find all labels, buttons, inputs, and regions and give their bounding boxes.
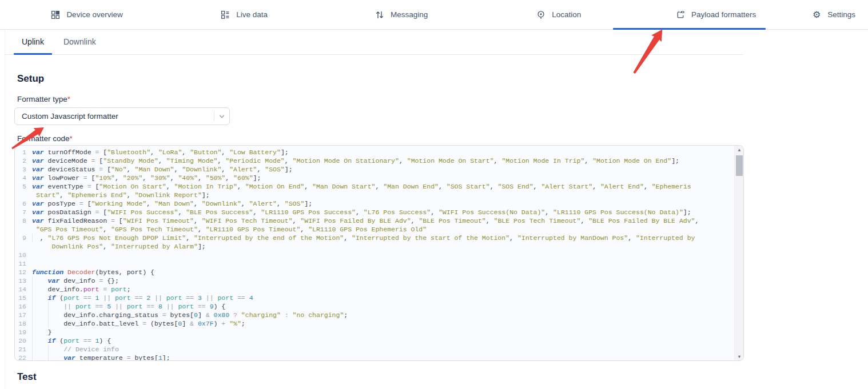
tab-label: Payload formatters xyxy=(691,10,756,19)
formatter-code-label-text: Formatter code xyxy=(17,134,70,143)
tab-payload-formatters[interactable]: Payload formatters xyxy=(637,0,794,30)
code-icon xyxy=(675,10,686,20)
gear-icon: ⚙ xyxy=(811,10,822,20)
scrollbar-down-arrow-icon[interactable]: ▼ xyxy=(735,352,744,360)
device-page: Device overview Live data Messaging xyxy=(0,0,868,389)
subtab-label: Downlink xyxy=(63,37,96,46)
grid-icon xyxy=(50,10,61,20)
top-tab-bar: Device overview Live data Messaging xyxy=(0,0,868,30)
tab-live-data[interactable]: Live data xyxy=(165,0,322,30)
formatter-type-label-text: Formatter type xyxy=(17,95,67,103)
subtab-uplink[interactable]: Uplink xyxy=(14,37,52,54)
tab-label: Settings xyxy=(827,10,855,19)
formatter-code-editor[interactable]: 1var turnOffMode = ["Bluetooth", "LoRa",… xyxy=(14,145,744,361)
chevron-down-icon[interactable] xyxy=(214,113,229,120)
subtab-downlink[interactable]: Downlink xyxy=(55,37,104,54)
setup-heading: Setup xyxy=(17,73,44,85)
tab-label: Device overview xyxy=(66,10,122,19)
formatter-type-select[interactable]: Custom Javascript formatter xyxy=(14,107,230,125)
tab-label: Live data xyxy=(236,10,268,19)
code-rows: 1var turnOffMode = ["Bluetooth", "LoRa",… xyxy=(15,148,734,361)
arrows-up-down-icon xyxy=(375,10,385,20)
formatter-type-label: Formatter type* xyxy=(17,95,70,103)
tab-location[interactable]: Location xyxy=(480,0,637,30)
required-asterisk: * xyxy=(70,134,73,143)
location-pin-icon xyxy=(536,10,546,20)
required-asterisk: * xyxy=(67,95,70,103)
live-data-icon xyxy=(220,10,230,20)
subtab-label: Uplink xyxy=(22,37,44,46)
tab-messaging[interactable]: Messaging xyxy=(322,0,480,30)
tab-label: Messaging xyxy=(391,10,428,19)
test-heading: Test xyxy=(17,371,37,383)
formatter-code-label: Formatter code* xyxy=(17,134,73,143)
tab-settings[interactable]: ⚙ Settings xyxy=(794,0,860,30)
tab-device-overview[interactable]: Device overview xyxy=(8,0,165,30)
payload-formatter-subtabs: Uplink Downlink xyxy=(5,30,743,55)
scrollbar-thumb[interactable] xyxy=(736,155,743,176)
scrollbar-up-arrow-icon[interactable]: ▲ xyxy=(735,146,744,154)
tab-label: Location xyxy=(552,10,581,19)
editor-scrollbar[interactable]: ▲ ▼ xyxy=(734,146,743,360)
panel-left-border xyxy=(5,30,5,389)
formatter-type-value: Custom Javascript formatter xyxy=(15,112,214,121)
